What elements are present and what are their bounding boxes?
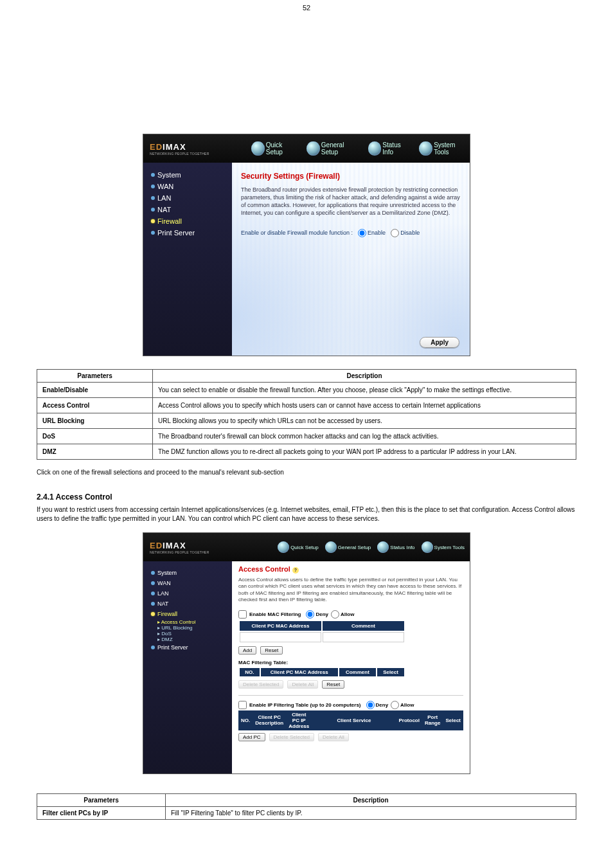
sidebar-sub-dos[interactable]: ▸ DoS xyxy=(148,631,227,637)
th-no: NO. xyxy=(240,668,260,676)
help-icon[interactable]: ? xyxy=(292,567,299,574)
tab-label: Status Info xyxy=(382,141,411,156)
section-title: Security Settings (Firewall) xyxy=(241,172,461,181)
globe-icon xyxy=(422,541,433,553)
cell-value: Fill "IP Filtering Table" to filter PC c… xyxy=(166,807,576,820)
radio-label: Deny xyxy=(315,611,328,617)
brand-word: EDIMAX xyxy=(150,541,232,550)
comment-input[interactable] xyxy=(324,635,402,641)
sidebar-item-nat[interactable]: NAT xyxy=(148,204,227,215)
dot-icon xyxy=(151,612,155,616)
tab-status-info[interactable]: Status Info xyxy=(368,141,412,156)
mac-input[interactable] xyxy=(242,635,319,641)
sidebar-item-nat[interactable]: NAT xyxy=(148,599,227,609)
globe-icon xyxy=(368,141,382,156)
delete-all-button[interactable]: Delete All xyxy=(318,733,349,741)
dot-icon xyxy=(151,581,155,585)
brand-tagline: NETWORKING PEOPLE TOGETHER xyxy=(150,550,232,554)
sidebar-label: System xyxy=(157,171,181,179)
sidebar-item-firewall[interactable]: Firewall xyxy=(148,215,227,227)
apply-button[interactable]: Apply xyxy=(420,337,459,348)
radio-disable[interactable]: Disable xyxy=(391,229,420,237)
sidebar-item-wan[interactable]: WAN xyxy=(148,578,227,588)
reset-button[interactable]: Reset xyxy=(260,646,283,655)
ip-filter-checkbox[interactable] xyxy=(238,701,247,709)
sidebar-item-system[interactable]: System xyxy=(148,568,227,578)
th-mac: Client PC MAC Address xyxy=(240,621,321,631)
sidebar-sub-dmz[interactable]: ▸ DMZ xyxy=(148,637,227,642)
sidebar: System WAN LAN NAT Firewall Print Server xyxy=(143,163,232,356)
sidebar-label: Firewall xyxy=(157,611,177,617)
dot-icon xyxy=(151,173,155,177)
section-desc: The Broadband router provides extensive … xyxy=(241,186,461,217)
delete-selected-button[interactable]: Delete Selected xyxy=(238,680,283,689)
add-pc-button[interactable]: Add PC xyxy=(238,733,265,741)
reset-button[interactable]: Reset xyxy=(322,680,344,689)
cell-label: Access Control xyxy=(37,398,153,413)
tab-status-info[interactable]: Status Info xyxy=(377,541,414,553)
cell-value: You can select to enable or disable the … xyxy=(153,383,576,398)
sidebar-label: System xyxy=(157,570,177,576)
cell-label: DMZ xyxy=(37,444,153,460)
sidebar-label: LAN xyxy=(157,590,169,597)
delete-all-button[interactable]: Delete All xyxy=(287,680,318,689)
sidebar-item-print-server[interactable]: Print Server xyxy=(148,227,227,239)
sidebar-label: Firewall xyxy=(157,217,182,225)
top-tabs: Quick Setup General Setup Status Info Sy… xyxy=(232,141,470,156)
th-cservice: Client Service xyxy=(312,710,396,730)
sidebar-label: LAN xyxy=(157,194,171,202)
dot-icon xyxy=(151,231,155,235)
radio-deny[interactable]: Deny xyxy=(306,610,328,619)
cell-value: The Broadband router's firewall can bloc… xyxy=(153,429,576,444)
divider xyxy=(238,695,463,696)
th-params: Parameters xyxy=(37,370,153,383)
mac-table-title: MAC Filtering Table: xyxy=(238,660,463,665)
dot-icon xyxy=(151,208,155,212)
radio-label: Allow xyxy=(341,611,354,617)
radio-label: Deny xyxy=(376,702,389,708)
radio-deny[interactable]: Deny xyxy=(366,701,389,709)
th-desc: Description xyxy=(166,794,576,807)
tab-general-setup[interactable]: General Setup xyxy=(306,141,360,156)
dot-icon xyxy=(151,592,155,595)
sidebar-label: WAN xyxy=(157,183,173,190)
sidebar-label: NAT xyxy=(157,601,168,607)
sidebar-item-wan[interactable]: WAN xyxy=(148,181,227,192)
brand-block: EDIMAX NETWORKING PEOPLE TOGETHER xyxy=(143,541,232,554)
enable-row: Enable or disable Firewall module functi… xyxy=(241,229,461,237)
mac-filter-checkbox[interactable] xyxy=(238,610,247,619)
dot-icon xyxy=(151,196,155,200)
tab-label: Status Info xyxy=(390,545,414,550)
th-select: Select xyxy=(443,710,463,730)
th-proto: Protocol xyxy=(396,710,422,730)
sidebar-item-print-server[interactable]: Print Server xyxy=(148,642,227,653)
mac-filter-label: Enable MAC Filtering xyxy=(249,611,301,617)
sidebar-sub-url[interactable]: ▸ URL Blocking xyxy=(148,625,227,631)
tab-quick-setup[interactable]: Quick Setup xyxy=(278,541,319,553)
cell-value: The DMZ function allows you to re-direct… xyxy=(153,444,576,460)
tab-general-setup[interactable]: General Setup xyxy=(325,541,371,553)
radio-label: Enable xyxy=(368,230,386,236)
radio-allow[interactable]: Allow xyxy=(391,701,414,709)
radio-enable[interactable]: Enable xyxy=(358,229,386,237)
param-table-2: Parameters Description Filter client PCs… xyxy=(37,793,576,820)
sidebar-item-lan[interactable]: LAN xyxy=(148,192,227,204)
globe-icon xyxy=(325,541,337,553)
dot-icon xyxy=(151,646,155,649)
tab-quick-setup[interactable]: Quick Setup xyxy=(251,141,299,156)
sidebar-item-lan[interactable]: LAN xyxy=(148,588,227,599)
heading-241: 2.4.1 Access Control xyxy=(37,493,576,502)
tab-system-tools[interactable]: System Tools xyxy=(419,141,470,156)
app-header: EDIMAX NETWORKING PEOPLE TOGETHER Quick … xyxy=(143,134,470,163)
th-params: Parameters xyxy=(37,794,166,807)
sidebar-item-system[interactable]: System xyxy=(148,169,227,181)
th-comment: Comment xyxy=(339,668,376,676)
radio-allow[interactable]: Allow xyxy=(331,610,354,619)
dot-icon xyxy=(151,602,155,606)
add-button[interactable]: Add xyxy=(238,646,256,655)
sidebar-sub-access[interactable]: ▸ Access Control xyxy=(148,619,227,625)
sidebar-item-firewall[interactable]: Firewall xyxy=(148,609,227,619)
tab-system-tools[interactable]: System Tools xyxy=(422,541,465,553)
delete-selected-button[interactable]: Delete Selected xyxy=(269,733,314,741)
cell-value: URL Blocking allows you to specify which… xyxy=(153,413,576,429)
